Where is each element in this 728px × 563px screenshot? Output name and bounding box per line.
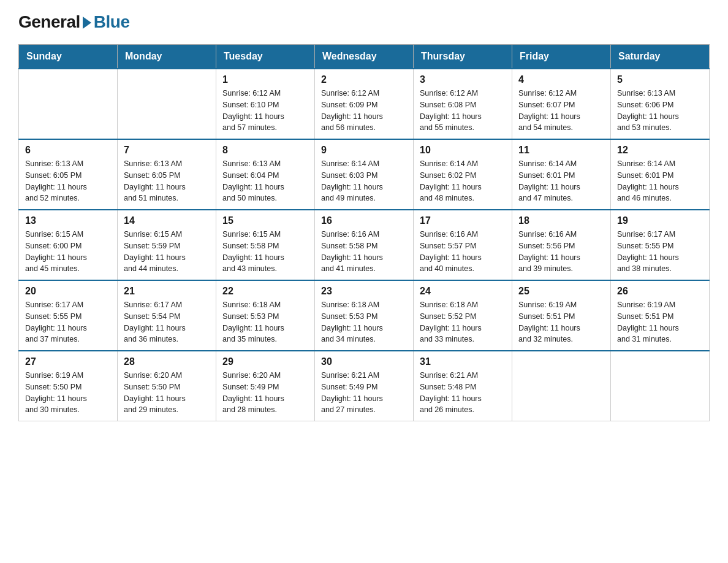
day-info: Sunrise: 6:15 AMSunset: 6:00 PMDaylight:…	[25, 229, 111, 275]
day-number: 3	[420, 74, 506, 85]
day-number: 20	[25, 286, 111, 297]
day-info: Sunrise: 6:17 AMSunset: 5:54 PMDaylight:…	[124, 299, 210, 345]
day-number: 17	[420, 215, 506, 226]
day-number: 23	[321, 286, 407, 297]
day-cell: 3Sunrise: 6:12 AMSunset: 6:08 PMDaylight…	[414, 69, 512, 139]
day-number: 19	[617, 215, 703, 226]
day-info: Sunrise: 6:17 AMSunset: 5:55 PMDaylight:…	[617, 229, 703, 275]
day-cell: 20Sunrise: 6:17 AMSunset: 5:55 PMDayligh…	[19, 280, 118, 351]
day-cell: 19Sunrise: 6:17 AMSunset: 5:55 PMDayligh…	[611, 210, 710, 280]
day-cell: 15Sunrise: 6:15 AMSunset: 5:58 PMDayligh…	[216, 210, 315, 280]
day-number: 30	[321, 356, 407, 367]
day-number: 10	[420, 145, 506, 156]
day-number: 27	[25, 356, 111, 367]
day-number: 1	[222, 74, 308, 85]
day-cell: 25Sunrise: 6:19 AMSunset: 5:51 PMDayligh…	[512, 280, 611, 351]
week-row-5: 27Sunrise: 6:19 AMSunset: 5:50 PMDayligh…	[19, 351, 710, 421]
day-info: Sunrise: 6:20 AMSunset: 5:49 PMDaylight:…	[222, 370, 308, 416]
day-number: 13	[25, 215, 111, 226]
day-cell: 2Sunrise: 6:12 AMSunset: 6:09 PMDaylight…	[315, 69, 414, 139]
day-number: 28	[124, 356, 210, 367]
day-info: Sunrise: 6:21 AMSunset: 5:48 PMDaylight:…	[420, 370, 506, 416]
day-cell	[19, 69, 118, 139]
day-info: Sunrise: 6:18 AMSunset: 5:53 PMDaylight:…	[222, 299, 308, 345]
day-info: Sunrise: 6:19 AMSunset: 5:51 PMDaylight:…	[518, 299, 604, 345]
day-cell: 21Sunrise: 6:17 AMSunset: 5:54 PMDayligh…	[118, 280, 216, 351]
day-number: 8	[222, 145, 308, 156]
day-cell: 5Sunrise: 6:13 AMSunset: 6:06 PMDaylight…	[611, 69, 710, 139]
day-info: Sunrise: 6:14 AMSunset: 6:02 PMDaylight:…	[420, 158, 506, 204]
day-number: 22	[222, 286, 308, 297]
day-cell: 11Sunrise: 6:14 AMSunset: 6:01 PMDayligh…	[512, 139, 611, 210]
day-number: 2	[321, 74, 407, 85]
day-cell: 1Sunrise: 6:12 AMSunset: 6:10 PMDaylight…	[216, 69, 315, 139]
day-cell: 26Sunrise: 6:19 AMSunset: 5:51 PMDayligh…	[611, 280, 710, 351]
day-info: Sunrise: 6:12 AMSunset: 6:09 PMDaylight:…	[321, 88, 407, 134]
day-info: Sunrise: 6:14 AMSunset: 6:01 PMDaylight:…	[617, 158, 703, 204]
day-info: Sunrise: 6:13 AMSunset: 6:04 PMDaylight:…	[222, 158, 308, 204]
day-number: 24	[420, 286, 506, 297]
logo-general-text: General	[18, 12, 80, 32]
week-row-2: 6Sunrise: 6:13 AMSunset: 6:05 PMDaylight…	[19, 139, 710, 210]
day-number: 31	[420, 356, 506, 367]
day-cell: 14Sunrise: 6:15 AMSunset: 5:59 PMDayligh…	[118, 210, 216, 280]
day-info: Sunrise: 6:19 AMSunset: 5:50 PMDaylight:…	[25, 370, 111, 416]
day-info: Sunrise: 6:16 AMSunset: 5:56 PMDaylight:…	[518, 229, 604, 275]
day-number: 7	[124, 145, 210, 156]
column-header-saturday: Saturday	[611, 45, 710, 69]
logo-arrow-icon	[83, 17, 91, 29]
column-header-monday: Monday	[118, 45, 216, 69]
day-cell: 7Sunrise: 6:13 AMSunset: 6:05 PMDaylight…	[118, 139, 216, 210]
day-number: 4	[518, 74, 604, 85]
day-number: 15	[222, 215, 308, 226]
day-number: 29	[222, 356, 308, 367]
day-cell: 12Sunrise: 6:14 AMSunset: 6:01 PMDayligh…	[611, 139, 710, 210]
day-cell	[118, 69, 216, 139]
day-info: Sunrise: 6:20 AMSunset: 5:50 PMDaylight:…	[124, 370, 210, 416]
day-number: 18	[518, 215, 604, 226]
logo: General Blue	[18, 12, 129, 32]
day-info: Sunrise: 6:12 AMSunset: 6:07 PMDaylight:…	[518, 88, 604, 134]
day-info: Sunrise: 6:12 AMSunset: 6:10 PMDaylight:…	[222, 88, 308, 134]
week-row-3: 13Sunrise: 6:15 AMSunset: 6:00 PMDayligh…	[19, 210, 710, 280]
day-cell: 8Sunrise: 6:13 AMSunset: 6:04 PMDaylight…	[216, 139, 315, 210]
day-cell: 28Sunrise: 6:20 AMSunset: 5:50 PMDayligh…	[118, 351, 216, 421]
day-info: Sunrise: 6:12 AMSunset: 6:08 PMDaylight:…	[420, 88, 506, 134]
day-info: Sunrise: 6:13 AMSunset: 6:05 PMDaylight:…	[124, 158, 210, 204]
day-cell: 23Sunrise: 6:18 AMSunset: 5:53 PMDayligh…	[315, 280, 414, 351]
day-number: 26	[617, 286, 703, 297]
week-row-4: 20Sunrise: 6:17 AMSunset: 5:55 PMDayligh…	[19, 280, 710, 351]
day-info: Sunrise: 6:21 AMSunset: 5:49 PMDaylight:…	[321, 370, 407, 416]
day-number: 5	[617, 74, 703, 85]
day-cell: 17Sunrise: 6:16 AMSunset: 5:57 PMDayligh…	[414, 210, 512, 280]
column-header-friday: Friday	[512, 45, 611, 69]
logo-blue-text: Blue	[94, 12, 130, 32]
day-info: Sunrise: 6:16 AMSunset: 5:57 PMDaylight:…	[420, 229, 506, 275]
day-info: Sunrise: 6:14 AMSunset: 6:01 PMDaylight:…	[518, 158, 604, 204]
day-info: Sunrise: 6:15 AMSunset: 5:59 PMDaylight:…	[124, 229, 210, 275]
day-number: 9	[321, 145, 407, 156]
day-info: Sunrise: 6:18 AMSunset: 5:52 PMDaylight:…	[420, 299, 506, 345]
day-number: 6	[25, 145, 111, 156]
day-cell: 27Sunrise: 6:19 AMSunset: 5:50 PMDayligh…	[19, 351, 118, 421]
column-header-sunday: Sunday	[19, 45, 118, 69]
day-cell: 10Sunrise: 6:14 AMSunset: 6:02 PMDayligh…	[414, 139, 512, 210]
week-row-1: 1Sunrise: 6:12 AMSunset: 6:10 PMDaylight…	[19, 69, 710, 139]
day-number: 12	[617, 145, 703, 156]
day-cell: 30Sunrise: 6:21 AMSunset: 5:49 PMDayligh…	[315, 351, 414, 421]
day-cell: 18Sunrise: 6:16 AMSunset: 5:56 PMDayligh…	[512, 210, 611, 280]
day-number: 25	[518, 286, 604, 297]
column-header-wednesday: Wednesday	[315, 45, 414, 69]
day-info: Sunrise: 6:13 AMSunset: 6:06 PMDaylight:…	[617, 88, 703, 134]
day-cell	[611, 351, 710, 421]
day-number: 21	[124, 286, 210, 297]
day-cell	[512, 351, 611, 421]
day-number: 16	[321, 215, 407, 226]
day-info: Sunrise: 6:18 AMSunset: 5:53 PMDaylight:…	[321, 299, 407, 345]
day-cell: 4Sunrise: 6:12 AMSunset: 6:07 PMDaylight…	[512, 69, 611, 139]
day-info: Sunrise: 6:17 AMSunset: 5:55 PMDaylight:…	[25, 299, 111, 345]
day-info: Sunrise: 6:15 AMSunset: 5:58 PMDaylight:…	[222, 229, 308, 275]
header-row: SundayMondayTuesdayWednesdayThursdayFrid…	[19, 45, 710, 69]
day-cell: 13Sunrise: 6:15 AMSunset: 6:00 PMDayligh…	[19, 210, 118, 280]
day-cell: 22Sunrise: 6:18 AMSunset: 5:53 PMDayligh…	[216, 280, 315, 351]
